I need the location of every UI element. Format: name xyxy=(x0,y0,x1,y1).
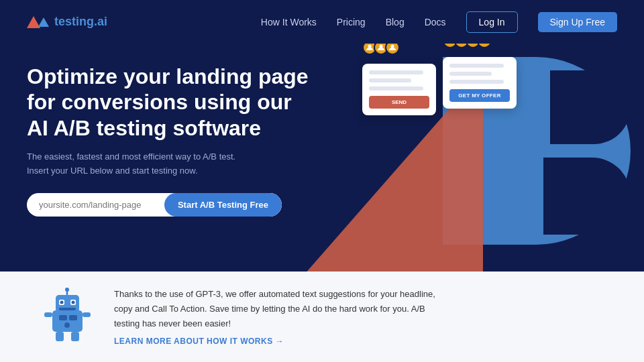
card-a-line-2 xyxy=(369,78,411,82)
hero-illustration: SEND GET MY OFFER xyxy=(295,44,644,272)
card-b-line-3 xyxy=(449,80,504,84)
svg-rect-19 xyxy=(56,332,64,341)
svg-point-1 xyxy=(380,45,383,48)
hero-title: Optimize your landing page for conversio… xyxy=(27,64,309,141)
svg-point-0 xyxy=(368,45,372,48)
b-cutout-top xyxy=(550,70,631,144)
card-b-line-1 xyxy=(449,64,504,68)
card-b-line-2 xyxy=(449,72,492,76)
avatar-7 xyxy=(477,44,492,48)
learn-more-link[interactable]: LEARN MORE ABOUT HOW IT WORKS → xyxy=(114,337,284,346)
url-input[interactable] xyxy=(27,193,164,217)
card-b-avatars xyxy=(446,44,492,48)
svg-point-13 xyxy=(60,300,63,304)
svg-point-10 xyxy=(65,288,69,292)
bottom-section: Thanks to the use of GPT-3, we offer aut… xyxy=(0,272,644,362)
svg-rect-17 xyxy=(69,315,77,320)
avatar-3 xyxy=(385,44,400,55)
svg-point-18 xyxy=(64,322,70,328)
svg-rect-21 xyxy=(44,312,52,317)
signup-button[interactable]: Sign Up Free xyxy=(538,12,617,32)
svg-point-14 xyxy=(71,300,74,304)
hero-subtitle: The easiest, fastest and most efficient … xyxy=(27,150,255,178)
b-cutout-bottom xyxy=(543,158,631,235)
svg-rect-20 xyxy=(71,332,79,341)
logo[interactable]: testing.ai xyxy=(27,15,107,29)
svg-rect-16 xyxy=(59,315,67,320)
cta-button[interactable]: Start A/B Testing Free xyxy=(164,193,282,217)
nav-docs[interactable]: Docs xyxy=(425,17,446,27)
logo-text: testing.ai xyxy=(54,15,107,29)
logo-icon xyxy=(27,16,49,28)
navbar: testing.ai How It Works Pricing Blog Doc… xyxy=(0,0,644,44)
bottom-text-block: Thanks to the use of GPT-3, we offer aut… xyxy=(114,287,449,347)
svg-point-2 xyxy=(391,45,394,48)
card-a-line-3 xyxy=(369,86,423,90)
card-a-line-1 xyxy=(369,70,423,74)
robot-icon xyxy=(40,287,94,347)
nav-pricing[interactable]: Pricing xyxy=(337,17,366,27)
card-b-button: GET MY OFFER xyxy=(449,89,510,102)
nav-links: How It Works Pricing Blog Docs Log In Si… xyxy=(261,11,617,33)
nav-how-it-works[interactable]: How It Works xyxy=(261,17,317,27)
card-a: SEND xyxy=(362,64,436,115)
card-a-avatars xyxy=(366,44,400,55)
svg-rect-7 xyxy=(52,310,83,332)
login-button[interactable]: Log In xyxy=(466,11,518,33)
svg-rect-22 xyxy=(83,312,91,317)
svg-rect-15 xyxy=(59,308,76,310)
bottom-description: Thanks to the use of GPT-3, we offer aut… xyxy=(114,287,449,331)
hero-form: Start A/B Testing Free xyxy=(27,193,282,217)
hero-content: Optimize your landing page for conversio… xyxy=(27,64,309,217)
logo-triangle-blue-icon xyxy=(38,17,49,27)
hero-section: Optimize your landing page for conversio… xyxy=(0,44,644,272)
nav-blog[interactable]: Blog xyxy=(386,17,405,27)
card-b: GET MY OFFER xyxy=(443,57,517,109)
card-a-button: SEND xyxy=(369,96,429,109)
